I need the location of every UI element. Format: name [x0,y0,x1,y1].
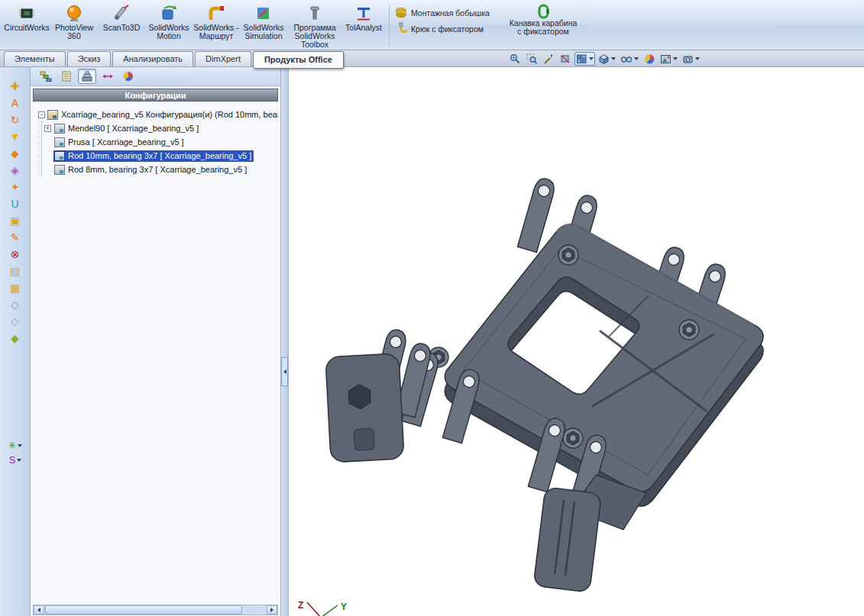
configurations-root-icon [47,110,58,120]
assembly-tool-button[interactable]: ▼ [5,128,25,145]
tab-displaymanager[interactable] [119,69,138,84]
displaymanager-icon [122,71,134,82]
assembly-tool-button[interactable]: ↻ [5,111,25,128]
configuration-icon [54,151,65,161]
triad-y-label: Y [341,601,347,612]
zoom-to-fit-button[interactable] [507,52,523,66]
scroll-right-button[interactable] [267,605,277,614]
section-view-button[interactable] [558,52,573,66]
assembly-tool-button[interactable]: ◇ [5,296,25,313]
solidworks-toolbox-button[interactable]: Программа SolidWorks Toolbox [287,2,342,50]
zoom-to-selection-button[interactable] [541,52,556,66]
assembly-tool-button[interactable]: U [5,195,25,212]
assembly-tool-button[interactable]: ▦ [5,279,25,296]
tab-sketch[interactable]: Эскиз [67,51,111,66]
chevron-down-icon[interactable] [589,57,594,60]
assembly-tool-button[interactable]: ▤ [5,263,25,279]
assembly-tool-button[interactable]: A [5,95,25,111]
display-style-button[interactable] [597,52,617,66]
hide-show-items-button[interactable] [619,52,640,66]
chevron-down-icon[interactable] [634,57,639,60]
scroll-left-button[interactable] [34,605,44,614]
tab-dimxpertmanager[interactable] [99,69,117,84]
configuration-tree: - Xcarriage_bearing_v5 Конфигурация(и) (… [31,102,280,176]
tab-elements[interactable]: Элементы [4,51,66,66]
assembly-tool-button[interactable]: ◈ [5,162,25,179]
panel-collapse-button[interactable] [281,357,288,386]
assembly-tool-icon: ▼ [10,128,21,145]
solidworks-toolbox-label: Программа SolidWorks Toolbox [287,24,342,49]
arrow-left-icon [37,608,40,612]
assembly-tool-icon: ◆ [11,330,19,347]
tab-propertymanager[interactable] [57,69,76,84]
snap-hook-button[interactable]: Крюк с фиксатором [393,21,508,37]
assembly-tool-icon: ▣ [10,212,20,229]
tree-row-rod8mm[interactable]: Rod 8mm, bearing 3x7 [ Xcarriage_bearing… [42,163,280,176]
solidworks-simulation-button[interactable]: SolidWorks Simulation [240,2,287,50]
circuitworks-icon [18,4,36,22]
tab-office-products[interactable]: Продукты Office [253,51,344,69]
solidworks-motion-button[interactable]: SolidWorks Motion [145,2,193,50]
assembly-tool-button[interactable]: ◆ [5,330,25,347]
scrollbar-thumb[interactable] [45,605,242,614]
panel-splitter[interactable] [281,67,289,616]
flyout-tool-icon: ✳ [8,440,17,451]
chevron-down-icon[interactable] [695,57,700,60]
expand-icon[interactable]: + [44,125,51,132]
tolanalyst-button[interactable]: TolAnalyst [342,2,385,50]
ribbon-office-products: CircuitWorks PhotoView 360 ScanTo3D Soli… [0,0,864,50]
tab-evaluate[interactable]: Анализировать [112,51,193,66]
tree-row-root[interactable]: - Xcarriage_bearing_v5 Конфигурация(и) (… [37,108,280,121]
photoview-360-label: PhotoView 360 [50,24,98,40]
solidworks-routing-icon [207,4,225,22]
assembly-tool-icon: ✎ [11,229,20,246]
mounting-boss-button[interactable]: Монтажная бобышка [393,5,508,21]
tree-row-label: Rod 10mm, bearing 3x7 [ Xcarriage_bearin… [68,151,251,160]
flyout-tool-button[interactable]: ✳ [8,440,23,451]
graphics-viewport[interactable]: Z Y [289,67,864,616]
model-3d-xcarriage[interactable] [289,67,864,616]
collapse-icon[interactable]: - [38,111,45,118]
panel-horizontal-scrollbar[interactable] [33,605,278,615]
assembly-tool-button[interactable]: ✦ [5,179,25,195]
view-settings-button[interactable] [681,52,701,66]
tree-row-prusa[interactable]: Prusa [ Xcarriage_bearing_v5 ] [42,135,280,149]
tab-configurationmanager[interactable] [78,69,96,84]
command-tabs: Элементы Эскиз Анализировать DimXpert Пр… [4,49,345,66]
assembly-tool-button[interactable]: ◇ [5,313,25,330]
photoview-360-button[interactable]: PhotoView 360 [50,2,98,50]
edit-appearance-button[interactable] [642,52,657,66]
mounting-boss-label: Монтажная бобышка [411,8,490,18]
tab-dimxpert[interactable]: DimXpert [195,51,251,66]
snap-hook-groove-button[interactable]: Канавка карабина с фиксатором [508,2,578,50]
chevron-down-icon [18,444,22,447]
display-style-icon [598,53,610,65]
assembly-tool-icon: ▦ [10,279,20,296]
view-orientation-button[interactable] [574,52,595,66]
chevron-down-icon[interactable] [611,57,616,60]
circuitworks-button[interactable]: CircuitWorks [3,2,50,50]
circuitworks-label: CircuitWorks [4,24,49,32]
assembly-tool-button[interactable]: ▣ [5,212,25,229]
manager-panel-tabs [31,67,280,86]
assembly-tool-button[interactable]: ⊗ [5,246,25,263]
assembly-tool-icon: A [11,95,18,111]
view-settings-icon [682,53,694,65]
solidworks-routing-button[interactable]: SolidWorks - Маршрут [193,2,240,50]
scanto3d-button[interactable]: ScanTo3D [98,2,145,50]
zoom-to-area-button[interactable] [524,52,539,66]
tree-row-mendel90[interactable]: + Mendel90 [ Xcarriage_bearing_v5 ] [42,121,280,135]
scrollbar-track[interactable] [243,605,267,614]
flyout-tool-button[interactable]: S [9,454,22,466]
configurationmanager-icon [81,71,93,82]
arrow-right-icon [270,608,273,612]
tree-row-rod10mm[interactable]: Rod 10mm, bearing 3x7 [ Xcarriage_bearin… [42,149,280,163]
collapse-arrow-icon [283,369,286,374]
assembly-tool-button[interactable]: ◆ [5,145,25,162]
tab-featuremanager[interactable] [37,69,55,84]
chevron-down-icon[interactable] [673,57,678,60]
assembly-tool-button[interactable]: ✚ [5,78,25,95]
tree-row-label: Prusa [ Xcarriage_bearing_v5 ] [68,137,184,147]
assembly-tool-button[interactable]: ✎ [5,229,25,246]
apply-scene-button[interactable] [659,52,679,66]
